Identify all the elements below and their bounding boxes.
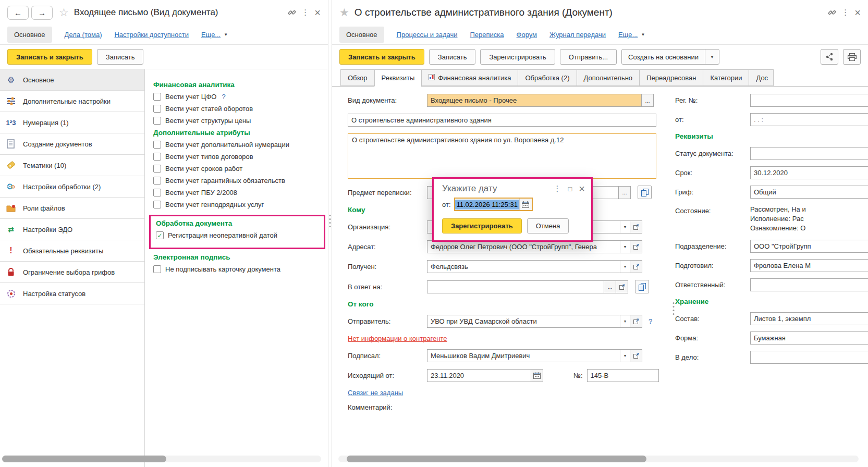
subtab-processing[interactable]: Обработка (2) [518, 69, 576, 86]
subtab-financial-analytics[interactable]: Финансовая аналитика [421, 69, 518, 86]
sidebar-item-doc-creation[interactable]: Создание документов [0, 133, 144, 155]
subtab-requisites[interactable]: Реквизиты [374, 69, 422, 87]
prepared-field[interactable]: Фролова Елена М [750, 259, 868, 272]
sidebar-item-additional-settings[interactable]: Дополнительные настройки [0, 91, 144, 112]
panel-splitter[interactable] [672, 94, 675, 467]
chevron-down-icon[interactable]: ▼ [620, 350, 630, 362]
create-based-button[interactable]: Создать на основании ▼ [621, 49, 719, 65]
back-button[interactable]: ← [7, 6, 29, 20]
print-button[interactable] [843, 49, 861, 65]
tab-more[interactable]: Еще... ▼ [201, 31, 228, 39]
sidebar-item-processing-settings[interactable]: ⚙⚙ Настройки обработки (2) [0, 176, 144, 198]
copy-button[interactable] [638, 186, 652, 199]
help-link[interactable]: ? [222, 93, 225, 101]
window-splitter[interactable] [328, 0, 332, 467]
addressee-open-button[interactable] [630, 240, 642, 253]
link-icon[interactable] [288, 8, 296, 17]
sidebar-item-status-settings[interactable]: Настройка статусов [0, 283, 144, 304]
chevron-down-icon[interactable]: ▼ [620, 241, 630, 253]
reg-date-field[interactable]: . . : [750, 113, 868, 126]
link-icon[interactable] [828, 8, 836, 17]
received-combo[interactable]: Фельдсвязь ▼ [427, 260, 630, 273]
tab-forum[interactable]: Форум [517, 31, 537, 39]
sender-help-link[interactable]: ? [649, 317, 652, 325]
favorite-star-icon[interactable]: ☆ [59, 6, 69, 19]
signer-combo[interactable]: Меньшиков Вадим Дмитриевич ▼ [427, 349, 630, 362]
more-menu-icon[interactable]: ⋮ [841, 8, 849, 17]
subtab-additional[interactable]: Дополнительно [577, 69, 640, 86]
grif-field[interactable]: Общий [750, 186, 868, 199]
close-icon[interactable]: × [314, 7, 321, 18]
sidebar-item-edo-settings[interactable]: ⇄ Настройки ЭДО [0, 219, 144, 240]
division-field[interactable]: ООО "СтройГрупп [750, 240, 868, 253]
sidebar-item-file-roles[interactable]: Роли файлов [0, 198, 144, 219]
chevron-down-icon[interactable]: ▼ [620, 261, 630, 273]
subtab-categories[interactable]: Категории [703, 69, 749, 86]
signer-open-button[interactable] [630, 349, 642, 362]
save-button[interactable]: Записать [429, 49, 476, 65]
outgoing-date-field[interactable]: 23.11.2020 [427, 369, 531, 382]
title-field[interactable]: О строительстве административного здания [348, 114, 656, 127]
copy-button[interactable] [635, 280, 649, 293]
chevron-down-icon[interactable]: ▼ [620, 221, 630, 233]
horizontal-scrollbar[interactable] [2, 456, 321, 462]
tab-more[interactable]: Еще... ▼ [618, 31, 645, 39]
sender-combo[interactable]: УВО при УВД Самарской области ▼ [427, 315, 630, 328]
save-close-button[interactable]: Записать и закрыть [339, 49, 424, 65]
subtab-forwarded[interactable]: Переадресован [639, 69, 703, 86]
forward-button[interactable]: → [31, 6, 53, 20]
calendar-icon[interactable] [519, 199, 532, 210]
addressee-combo[interactable]: Федоров Олег Петрович (ООО "СтройГрупп",… [427, 240, 630, 253]
doc-type-field[interactable]: Входящее письмо - Прочее [427, 94, 642, 107]
checkbox-extra-numbering[interactable] [153, 141, 161, 149]
close-icon[interactable]: × [579, 183, 585, 194]
subject-select-button[interactable]: ... [618, 186, 631, 199]
no-counterparty-info-link[interactable]: Нет информации о контрагенте [348, 335, 447, 342]
checkbox-work-terms[interactable] [153, 165, 161, 173]
checkbox-warranty[interactable] [153, 177, 161, 185]
sidebar-item-grif-restriction[interactable]: Ограничение выбора грифов [0, 262, 144, 283]
dialog-register-button[interactable]: Зарегистрировать [442, 218, 522, 233]
send-button[interactable]: Отправить... [560, 49, 617, 65]
checkbox-general-contract[interactable] [153, 201, 161, 208]
checkbox-cfo[interactable] [153, 93, 161, 101]
form-field[interactable]: Бумажная [750, 331, 868, 345]
close-icon[interactable]: × [854, 7, 861, 18]
maximize-icon[interactable]: □ [568, 185, 572, 193]
reg-number-field[interactable] [750, 94, 868, 107]
tab-processes-tasks[interactable]: Процессы и задачи [397, 31, 458, 39]
tab-main[interactable]: Основное [7, 27, 52, 43]
status-field[interactable] [750, 147, 868, 160]
tab-correspondence[interactable]: Переписка [470, 31, 504, 39]
horizontal-scrollbar[interactable] [338, 456, 859, 462]
content-field[interactable]: Листов 1, экземпл [750, 312, 868, 325]
calendar-icon[interactable] [531, 369, 543, 382]
subtab-overview[interactable]: Обзор [340, 69, 374, 86]
chevron-down-icon[interactable]: ▼ [620, 315, 630, 327]
organization-open-button[interactable] [630, 220, 642, 233]
reply-select-button[interactable]: ... [604, 280, 616, 293]
sidebar-item-topics[interactable]: Тематики (10) [0, 155, 144, 176]
scrollbar-thumb[interactable] [2, 456, 166, 462]
share-button[interactable] [821, 49, 838, 65]
reply-to-field[interactable] [427, 280, 604, 293]
subtab-access[interactable]: Дос [749, 69, 774, 86]
tab-main[interactable]: Основное [339, 27, 384, 43]
tab-cases[interactable]: Дела (тома) [65, 31, 102, 39]
checkbox-pbu[interactable] [153, 189, 161, 196]
sidebar-item-main[interactable]: ⚙ Основное [0, 69, 144, 91]
sidebar-item-required-fields[interactable]: ! Обязательные реквизиты [0, 240, 144, 262]
number-field[interactable]: 145-В [587, 369, 659, 382]
responsible-field[interactable] [750, 278, 868, 291]
favorite-star-icon[interactable]: ★ [339, 6, 349, 19]
scrollbar-thumb[interactable] [347, 456, 646, 462]
relations-link[interactable]: Связи: не заданы [348, 389, 403, 397]
chevron-down-icon[interactable]: ▼ [705, 50, 719, 64]
description-textarea[interactable]: О строительстве административного здания… [348, 133, 656, 179]
save-close-button[interactable]: Записать и закрыть [7, 49, 92, 65]
checkbox-no-sign-card[interactable] [153, 265, 161, 273]
save-button[interactable]: Записать [97, 49, 144, 65]
reply-open-button[interactable] [616, 280, 628, 293]
checkbox-contract-types[interactable] [153, 153, 161, 161]
case-field[interactable] [750, 351, 868, 364]
